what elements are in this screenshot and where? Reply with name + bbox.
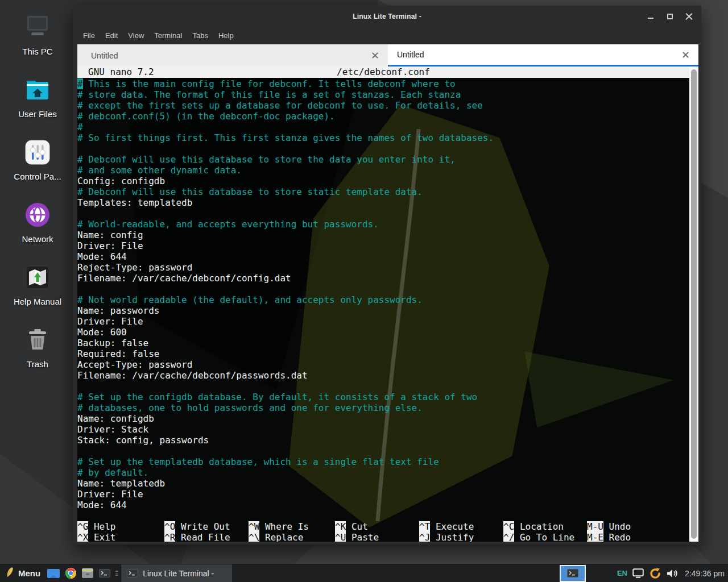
desktop-icon-network[interactable]: Network [3, 201, 72, 244]
nano-titlebar: /etc/debconf.conf GNU nano 7.2 [77, 66, 689, 78]
window-title: Linux Lite Terminal - [353, 13, 421, 20]
menu-item-help[interactable]: Help [213, 28, 239, 43]
nano-line: # by default. [77, 467, 689, 478]
desktop-icon-help-manual[interactable]: Help Manual [3, 264, 72, 306]
nano-line: Backup: false [77, 338, 689, 348]
menu-bar: FileEditViewTerminalTabsHelp [73, 27, 701, 44]
nano-line: Name: config [77, 230, 689, 240]
nano-line: Reject-Type: password [77, 262, 689, 273]
shortcut-label: Write Out [175, 521, 230, 532]
maximize-button[interactable] [666, 13, 674, 20]
shortcut-key: ^O [164, 521, 175, 532]
nano-shortcut: ^G Help [77, 521, 115, 532]
volume-icon[interactable] [667, 569, 677, 578]
tab-untitled-2[interactable]: Untitled [388, 44, 698, 66]
nano-line: # [77, 122, 689, 132]
menu-label: Menu [18, 568, 40, 578]
menu-item-file[interactable]: File [78, 28, 100, 43]
nano-shortcut: ^/ Go To Line [503, 532, 574, 542]
nano-shortcut: ^U Paste [335, 532, 379, 542]
scrollbar-thumb[interactable] [691, 69, 697, 539]
trash-icon [24, 326, 51, 354]
nano-line [77, 381, 689, 392]
nano-line: # This is the main config file for debco… [77, 78, 689, 89]
tab-close-icon[interactable] [371, 52, 379, 59]
terminal-screen[interactable]: /etc/debconf.conf GNU nano 7.2 # This is… [77, 66, 698, 542]
tab-bar: Untitled Untitled [73, 44, 701, 66]
nano-line: Accept-Type: password [77, 359, 689, 370]
shortcut-label: Help [88, 521, 115, 532]
terminal-launcher-icon[interactable] [96, 564, 113, 582]
nano-shortcut: ^T Execute [419, 521, 474, 532]
nano-line: Required: false [77, 348, 689, 359]
nano-shortcut-column: ^C Location^/ Go To Line [503, 521, 574, 542]
shortcut-key: M-E [587, 532, 603, 542]
tab-untitled-1[interactable]: Untitled [77, 44, 388, 66]
minimize-button[interactable] [647, 13, 655, 20]
nano-line: # and some other dynamic data. [77, 165, 689, 176]
nano-shortcut: ^\ Replace [249, 532, 309, 542]
shortcut-label: Undo [603, 521, 631, 532]
nano-shortcut: ^R Read File [164, 532, 230, 542]
keyboard-layout-indicator[interactable]: EN [617, 569, 627, 577]
desktop-icon-control-panel[interactable]: Control Pa... [3, 139, 72, 181]
titlebar[interactable]: Linux Lite Terminal - [73, 6, 701, 27]
shortcut-key: ^\ [249, 532, 259, 542]
updates-tray-icon[interactable] [649, 567, 661, 580]
desktop-icon-user-files[interactable]: User Files [3, 76, 72, 119]
nano-shortcut-bar: ^G Help^X Exit^O Write Out^R Read File^W… [77, 521, 689, 542]
nano-line [77, 510, 689, 521]
menu-item-view[interactable]: View [123, 28, 149, 43]
nano-line [77, 284, 689, 294]
nano-shortcut-column: ^T Execute^J Justify [419, 521, 474, 542]
linux-lite-logo-icon [6, 567, 14, 580]
desktop-icon-label: This PC [3, 47, 72, 56]
menu-item-tabs[interactable]: Tabs [187, 28, 213, 43]
menu-item-terminal[interactable]: Terminal [149, 28, 187, 43]
nano-shortcut: ^J Justify [419, 532, 474, 542]
desktop-icon-this-pc[interactable]: This PC [3, 14, 72, 56]
nano-shortcut: ^W Where Is [249, 521, 309, 532]
shortcut-key: ^C [503, 521, 514, 532]
nano-shortcut-column: ^G Help^X Exit [77, 521, 115, 542]
desktop-icon-label: User Files [3, 109, 72, 119]
nano-shortcut: ^X Exit [77, 532, 115, 542]
nano-shortcut-column: ^O Write Out^R Read File [164, 521, 230, 542]
nano-line: # databases, one to hold passwords and o… [77, 402, 689, 413]
shortcut-label: Location [514, 521, 564, 532]
nano-line: # store data. The format of this file is… [77, 89, 689, 100]
menu-item-edit[interactable]: Edit [100, 28, 123, 43]
manual-map-icon [24, 264, 51, 291]
tasklist-handle[interactable] [114, 564, 119, 582]
start-menu-button[interactable]: Menu [0, 564, 45, 582]
desktop-icon-trash[interactable]: Trash [3, 326, 72, 369]
text-cursor: # [77, 78, 83, 89]
nano-line: Templates: templatedb [77, 197, 689, 208]
nano-line: Driver: Stack [77, 424, 689, 435]
tray-terminal-icon[interactable] [560, 565, 586, 582]
shortcut-label: Redo [603, 532, 631, 542]
nano-line [77, 143, 689, 154]
taskbar: Menu [0, 564, 728, 582]
tab-close-icon[interactable] [682, 51, 689, 59]
shortcut-key: ^K [335, 521, 346, 532]
shortcut-label: Go To Line [514, 532, 574, 542]
nano-line: # World-readable, and accepts everything… [77, 219, 689, 230]
file-manager-icon[interactable] [79, 564, 96, 582]
close-button[interactable] [685, 13, 693, 20]
show-desktop-icon[interactable] [45, 564, 62, 582]
scrollbar[interactable] [689, 66, 698, 542]
nano-line: Mode: 600 [77, 327, 689, 338]
taskbar-window-button[interactable]: Linux Lite Terminal - [121, 564, 232, 582]
chrome-icon[interactable] [62, 564, 79, 582]
shortcut-label: Paste [346, 532, 379, 542]
shortcut-key: ^G [77, 521, 88, 532]
shortcut-key: ^J [419, 532, 430, 542]
shortcut-label: Replace [259, 532, 303, 542]
desktop-icon-label: Network [3, 234, 72, 244]
nano-line: # So first things first. This first stan… [77, 132, 689, 143]
desktop-icon-label: Help Manual [3, 297, 72, 306]
shortcut-key: ^R [164, 532, 175, 542]
nano-shortcut-column: ^K Cut^U Paste [335, 521, 379, 542]
display-tray-icon[interactable] [632, 568, 644, 578]
